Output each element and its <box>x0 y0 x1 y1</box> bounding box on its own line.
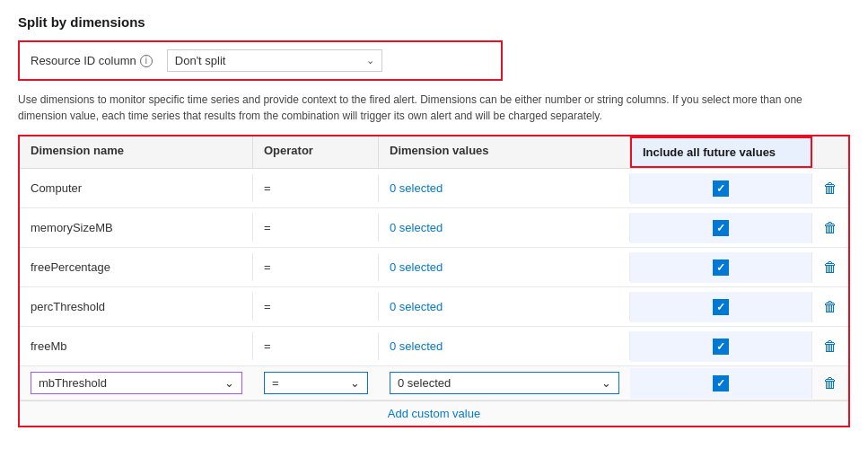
row-3-delete-icon[interactable]: 🗑 <box>823 259 837 276</box>
row-2-operator: = <box>253 214 379 242</box>
row-5-include-future[interactable] <box>630 331 812 362</box>
last-editable-row: mbThreshold ⌄ = ⌄ 0 selected ⌄ 🗑 <box>20 366 848 400</box>
row-3-name: freePercentage <box>20 253 253 281</box>
row-3-include-future[interactable] <box>630 252 812 283</box>
resource-id-info-icon[interactable]: i <box>140 55 153 67</box>
last-row-delete-icon[interactable]: 🗑 <box>823 375 837 391</box>
th-dimension-values: Dimension values <box>379 136 630 168</box>
table-row: memorySizeMB = 0 selected 🗑 <box>20 208 848 248</box>
th-operator: Operator <box>253 136 379 168</box>
last-row-name-dropdown[interactable]: mbThreshold ⌄ <box>31 372 242 394</box>
th-actions <box>812 136 848 168</box>
table-row: percThreshold = 0 selected 🗑 <box>20 287 848 327</box>
row-5-delete[interactable]: 🗑 <box>812 331 848 362</box>
row-2-values[interactable]: 0 selected <box>379 214 630 242</box>
row-2-delete-icon[interactable]: 🗑 <box>823 220 837 236</box>
table-row: freePercentage = 0 selected 🗑 <box>20 248 848 287</box>
row-3-operator: = <box>253 253 379 281</box>
last-row-operator-cell: = ⌄ <box>253 366 379 400</box>
row-1-operator: = <box>253 174 379 202</box>
table-row: freeMb = 0 selected 🗑 <box>20 327 848 366</box>
row-5-checkbox[interactable] <box>713 339 729 355</box>
row-5-name: freeMb <box>20 332 253 360</box>
th-dimension-name: Dimension name <box>20 136 253 168</box>
resource-id-text: Resource ID column <box>31 54 136 67</box>
row-3-checkbox[interactable] <box>713 259 729 276</box>
last-row-operator-dropdown[interactable]: = ⌄ <box>264 372 368 394</box>
row-5-values[interactable]: 0 selected <box>379 332 630 360</box>
last-row-delete[interactable]: 🗑 <box>812 368 848 399</box>
add-custom-row: Add custom value <box>20 400 848 426</box>
last-row-values-placeholder: 0 selected <box>398 376 451 390</box>
last-row-values-chevron-icon: ⌄ <box>601 376 611 390</box>
row-4-include-future[interactable] <box>630 292 812 322</box>
row-5-operator: = <box>253 332 379 360</box>
description-text: Use dimensions to monitor specific time … <box>18 92 844 124</box>
row-4-values[interactable]: 0 selected <box>379 293 630 321</box>
page-title: Split by dimensions <box>18 14 850 30</box>
last-row-name-value: mbThreshold <box>39 376 107 390</box>
resource-id-dropdown[interactable]: Don't split ⌄ <box>167 49 382 72</box>
table-header: Dimension name Operator Dimension values… <box>20 136 848 169</box>
last-row-operator-chevron-icon: ⌄ <box>350 376 360 390</box>
row-1-delete[interactable]: 🗑 <box>812 173 848 204</box>
resource-id-label: Resource ID column i <box>31 54 153 67</box>
th-include-future: Include all future values <box>630 136 812 168</box>
row-3-delete[interactable]: 🗑 <box>812 252 848 283</box>
add-custom-value-link[interactable]: Add custom value <box>388 407 480 420</box>
row-1-values[interactable]: 0 selected <box>379 174 630 202</box>
row-1-checkbox[interactable] <box>713 180 729 197</box>
last-row-values-cell: 0 selected ⌄ <box>379 366 630 400</box>
row-2-checkbox[interactable] <box>713 220 729 236</box>
row-4-name: percThreshold <box>20 293 253 321</box>
row-4-checkbox[interactable] <box>713 299 729 315</box>
row-1-name: Computer <box>20 174 253 202</box>
resource-id-section: Resource ID column i Don't split ⌄ <box>18 40 503 81</box>
last-row-operator-value: = <box>272 376 279 390</box>
row-1-delete-icon[interactable]: 🗑 <box>823 180 837 197</box>
resource-id-dropdown-value: Don't split <box>175 54 226 67</box>
row-4-delete-icon[interactable]: 🗑 <box>823 299 837 315</box>
last-row-checkbox[interactable] <box>713 375 729 391</box>
last-row-name-cell: mbThreshold ⌄ <box>20 366 253 400</box>
row-3-values[interactable]: 0 selected <box>379 253 630 281</box>
resource-id-chevron-icon: ⌄ <box>366 55 374 66</box>
last-row-name-chevron-icon: ⌄ <box>224 376 234 390</box>
last-row-values-dropdown[interactable]: 0 selected ⌄ <box>390 372 619 394</box>
row-2-name: memorySizeMB <box>20 214 253 242</box>
row-5-delete-icon[interactable]: 🗑 <box>823 339 837 355</box>
row-2-delete[interactable]: 🗑 <box>812 213 848 243</box>
table-row: Computer = 0 selected 🗑 <box>20 169 848 208</box>
row-4-delete[interactable]: 🗑 <box>812 292 848 322</box>
dimensions-table: Dimension name Operator Dimension values… <box>18 135 850 427</box>
last-row-include-future[interactable] <box>630 368 812 399</box>
row-4-operator: = <box>253 293 379 321</box>
row-2-include-future[interactable] <box>630 213 812 243</box>
row-1-include-future[interactable] <box>630 173 812 204</box>
